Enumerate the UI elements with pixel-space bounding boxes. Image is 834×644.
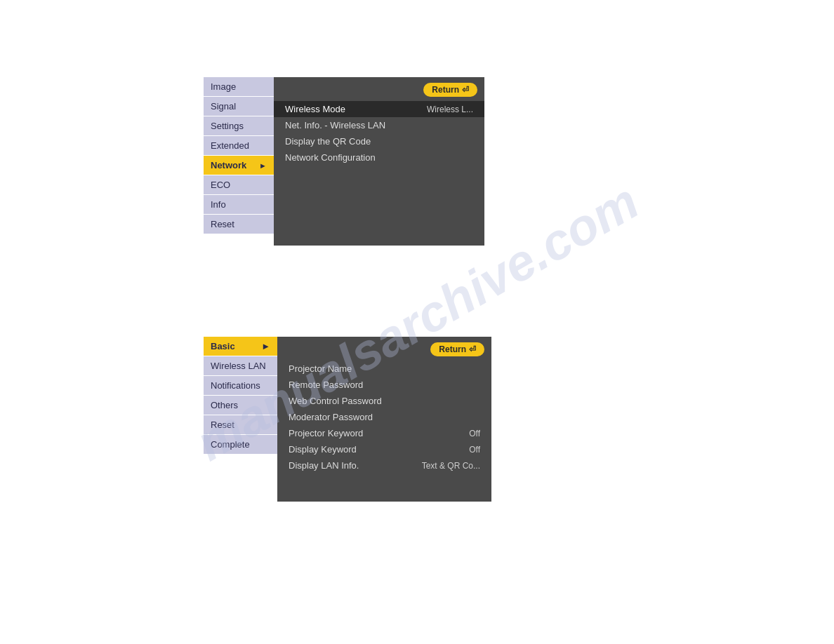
menu2-item-projector-keyword-label: Projector Keyword — [289, 428, 363, 438]
menu2-item-web-control-password-label: Web Control Password — [289, 396, 382, 406]
bottom-sidebar: Basic ► Wireless LAN Notifications Other… — [204, 337, 277, 455]
sidebar2-item-reset-label: Reset — [211, 420, 234, 430]
sidebar2-item-complete-label: Complete — [211, 439, 250, 450]
menu2-item-display-lan-info-label: Display LAN Info. — [289, 460, 359, 471]
top-panel: Image Signal Settings Extended Network ►… — [204, 77, 484, 246]
menu2-item-display-lan-info-value: Text & QR Co... — [422, 461, 480, 471]
sidebar2-item-complete[interactable]: Complete — [204, 435, 277, 454]
menu2-item-remote-password-label: Remote Password — [289, 380, 363, 390]
menu-item-net-info-label: Net. Info. - Wireless LAN — [285, 120, 385, 130]
menu2-item-projector-name[interactable]: Projector Name — [277, 361, 491, 377]
sidebar-item-settings-label: Settings — [211, 121, 244, 131]
menu-item-network-config[interactable]: Network Configuration — [274, 149, 484, 166]
bottom-return-button[interactable]: Return ⏎ — [430, 342, 484, 356]
sidebar2-item-basic[interactable]: Basic ► — [204, 337, 277, 356]
top-return-arrow-icon: ⏎ — [462, 85, 469, 95]
sidebar-item-info[interactable]: Info — [204, 195, 274, 214]
sidebar2-item-others[interactable]: Others — [204, 396, 277, 415]
menu-item-wireless-mode-label: Wireless Mode — [285, 104, 345, 114]
sidebar-item-eco-label: ECO — [211, 180, 230, 190]
sidebar-item-image[interactable]: Image — [204, 77, 274, 96]
menu2-item-projector-keyword[interactable]: Projector Keyword Off — [277, 425, 491, 441]
menu2-item-display-keyword[interactable]: Display Keyword Off — [277, 441, 491, 457]
sidebar-item-network[interactable]: Network ► — [204, 156, 274, 175]
menu2-item-moderator-password[interactable]: Moderator Password — [277, 409, 491, 425]
sidebar2-item-wireless-lan[interactable]: Wireless LAN — [204, 356, 277, 375]
basic-arrow-icon: ► — [261, 341, 270, 351]
menu2-item-projector-name-label: Projector Name — [289, 363, 352, 374]
menu2-item-display-lan-info[interactable]: Display LAN Info. Text & QR Co... — [277, 457, 491, 474]
sidebar-item-network-label: Network — [211, 160, 246, 170]
bottom-return-arrow-icon: ⏎ — [469, 344, 476, 354]
bottom-menu-list: Projector Name Remote Password Web Contr… — [277, 359, 491, 475]
menu2-item-display-keyword-value: Off — [469, 445, 480, 455]
network-arrow-icon: ► — [259, 161, 267, 170]
sidebar2-item-notifications-label: Notifications — [211, 380, 260, 391]
bottom-panel: Basic ► Wireless LAN Notifications Other… — [204, 337, 491, 502]
sidebar2-item-others-label: Others — [211, 400, 238, 410]
sidebar-item-extended-label: Extended — [211, 140, 249, 151]
top-content-panel: Return ⏎ Wireless Mode Wireless L... Net… — [274, 77, 484, 246]
sidebar-item-reset-label: Reset — [211, 219, 234, 229]
bottom-return-label: Return — [439, 344, 466, 354]
menu-item-net-info[interactable]: Net. Info. - Wireless LAN — [274, 117, 484, 133]
top-sidebar: Image Signal Settings Extended Network ►… — [204, 77, 274, 234]
bottom-content-header: Return ⏎ — [277, 337, 491, 359]
menu2-item-remote-password[interactable]: Remote Password — [277, 377, 491, 393]
menu-item-qr-code[interactable]: Display the QR Code — [274, 133, 484, 149]
sidebar-item-reset[interactable]: Reset — [204, 215, 274, 234]
top-return-button[interactable]: Return ⏎ — [423, 83, 477, 97]
sidebar-item-settings[interactable]: Settings — [204, 116, 274, 135]
menu-item-wireless-mode-value: Wireless L... — [427, 105, 473, 114]
top-content-header: Return ⏎ — [274, 77, 484, 100]
sidebar2-item-basic-label: Basic — [211, 341, 235, 351]
menu2-item-web-control-password[interactable]: Web Control Password — [277, 393, 491, 409]
menu-item-network-config-label: Network Configuration — [285, 152, 376, 163]
sidebar-item-extended[interactable]: Extended — [204, 136, 274, 155]
sidebar-item-info-label: Info — [211, 199, 226, 210]
top-menu-list: Wireless Mode Wireless L... Net. Info. -… — [274, 100, 484, 167]
sidebar2-item-reset[interactable]: Reset — [204, 415, 277, 434]
menu2-item-projector-keyword-value: Off — [469, 429, 480, 438]
menu2-item-moderator-password-label: Moderator Password — [289, 412, 373, 422]
sidebar-item-signal-label: Signal — [211, 101, 236, 112]
sidebar-item-image-label: Image — [211, 81, 236, 92]
sidebar-item-eco[interactable]: ECO — [204, 175, 274, 194]
menu-item-wireless-mode[interactable]: Wireless Mode Wireless L... — [274, 101, 484, 117]
sidebar-item-signal[interactable]: Signal — [204, 97, 274, 116]
top-return-label: Return — [432, 85, 459, 95]
sidebar2-item-wireless-lan-label: Wireless LAN — [211, 361, 266, 371]
sidebar2-item-notifications[interactable]: Notifications — [204, 376, 277, 395]
menu2-item-display-keyword-label: Display Keyword — [289, 444, 357, 455]
bottom-content-panel: Return ⏎ Projector Name Remote Password … — [277, 337, 491, 502]
menu-item-qr-code-label: Display the QR Code — [285, 136, 371, 147]
